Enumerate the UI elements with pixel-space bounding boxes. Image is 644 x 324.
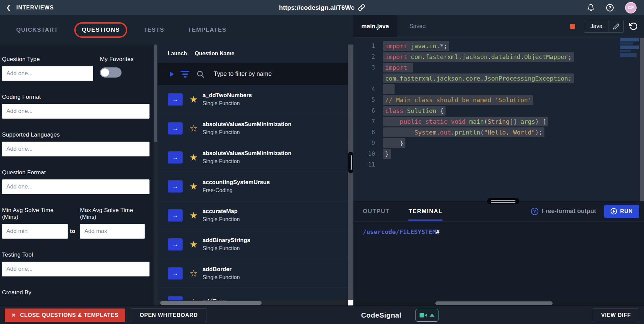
line-number: 11 [353,161,383,168]
question-name: a_ddTwoNumbers [203,92,252,99]
launch-question-button[interactable]: → [168,209,183,222]
question-row[interactable]: → ★ addBinaryStrings Single Function [158,230,348,259]
code-line[interactable]: 2import com.fasterxml.jackson.databind.O… [353,51,644,62]
favorite-star-icon[interactable]: ☆ [185,123,203,134]
console-resize-handle[interactable] [487,198,519,204]
code-editor[interactable]: 1import java.io.*;2import com.fasterxml.… [353,38,644,201]
question-row[interactable]: → ★ a_ddTwoNumbers Single Function [158,85,348,114]
list-vertical-scrollbar[interactable] [348,45,353,305]
launch-question-button[interactable]: → [168,238,183,251]
run-button[interactable]: RUN [604,205,639,218]
tab-questions[interactable]: QUESTIONS [74,22,127,38]
code-line[interactable]: 8 System.out.println("Hello, World"); [353,127,644,138]
question-row[interactable]: → ☆ addEven [158,288,348,300]
editor-minimap[interactable] [620,38,639,57]
launch-question-button[interactable]: → [168,122,183,135]
notifications-bell-icon[interactable] [587,4,595,11]
filter-funnel-icon[interactable] [179,71,191,78]
my-favorites-label: My Favorites [100,56,150,63]
max-solve-time-label: Max Avg Solve Time (Mins) [80,207,141,220]
code-line[interactable]: 9 } [353,138,644,148]
reset-code-icon[interactable] [629,22,638,31]
chevron-up-icon [430,314,434,317]
close-questions-button[interactable]: ✕ CLOSE QUESTIONS & TEMPLATES [5,308,125,322]
max-solve-time-input[interactable] [80,224,145,239]
terminal-cursor: # [436,228,440,235]
code-line[interactable]: 6class Solution { [353,105,644,116]
tab-tests[interactable]: TESTS [136,22,172,38]
code-line[interactable]: 10} [353,148,644,159]
view-diff-button[interactable]: VIEW DIFF [593,308,639,322]
question-type-input[interactable] [2,66,93,81]
favorite-star-icon[interactable]: ☆ [185,297,203,301]
help-icon[interactable]: ? [606,4,614,11]
favorite-star-icon[interactable]: ★ [185,94,203,105]
questions-panel: QUICKSTARTQUESTIONSTESTSTEMPLATES Questi… [0,15,353,305]
terminal-horizontal-scrollbar[interactable] [353,301,644,305]
open-whiteboard-button[interactable]: OPEN WHITEBOARD [131,308,207,322]
tab-terminal[interactable]: TERMINAL [408,201,442,221]
panel-resize-handle[interactable] [348,152,353,173]
question-rows: → ★ a_ddTwoNumbers Single Function → ☆ a… [158,85,348,300]
question-row[interactable]: → ★ accurateMap Single Function [158,201,348,230]
question-list: Launch Question Name Type to filter by n… [158,45,348,305]
free-format-help-icon[interactable]: ? [531,208,538,215]
camera-button[interactable] [415,309,438,322]
favorite-star-icon[interactable]: ★ [185,152,203,163]
code-line[interactable]: 7 public static void main(String[] args)… [353,116,644,127]
session-url[interactable]: https://codesign.al/T6Wc [279,0,365,15]
min-solve-time-input[interactable] [2,224,68,239]
code-line[interactable]: 11 [353,159,644,170]
question-format: Single Function [203,245,250,252]
favorite-star-icon[interactable]: ★ [185,210,203,221]
launch-question-button[interactable]: → [168,151,183,164]
my-favorites-toggle[interactable] [100,67,122,78]
favorite-star-icon[interactable]: ★ [185,181,203,192]
line-number: 2 [353,53,383,60]
tab-output[interactable]: OUTPUT [363,201,390,221]
coding-format-label: Coding Format [2,94,150,100]
question-name: accurateMap [203,208,240,215]
tab-templates[interactable]: TEMPLATES [181,22,234,38]
launch-question-button[interactable]: → [168,93,183,106]
file-tab[interactable]: main.java [353,15,397,37]
supported-languages-input[interactable] [2,142,150,156]
question-row[interactable]: → ☆ absoluteValuesSumMinimization Single… [158,114,348,143]
expand-filter-icon[interactable] [170,71,174,77]
code-line[interactable]: 3import [353,62,644,73]
question-name: addEven [203,298,226,300]
supported-languages-label: Supported Languages [2,131,150,138]
code-line[interactable]: 5// Main class should be named 'Solution… [353,94,644,105]
question-row[interactable]: → ☆ addBorder Single Function [158,259,348,288]
testing-tool-label: Testing Tool [2,252,150,258]
language-selector[interactable]: Java [584,20,624,33]
question-format-input[interactable] [2,179,150,194]
camera-icon [420,312,427,318]
edit-pencil-icon[interactable] [609,23,623,30]
favorite-star-icon[interactable]: ★ [185,239,203,250]
testing-tool-input[interactable] [2,262,150,276]
launch-question-button[interactable]: → [168,267,183,279]
launch-question-button[interactable]: → [168,180,183,193]
editor-panel: main.java Saved Java 1import jav [353,15,644,305]
terminal-output[interactable]: /usercode/FILESYSTEM# [353,222,644,301]
back-icon[interactable]: ❮ [6,4,11,11]
main-area: QUICKSTARTQUESTIONSTESTSTEMPLATES Questi… [0,15,644,305]
code-line[interactable]: 4 [353,84,644,94]
link-icon [358,4,365,11]
question-name: addBorder [203,266,240,273]
question-row[interactable]: → ★ accountingSystemUrsus Free-Coding [158,172,348,201]
coding-format-input[interactable] [2,104,150,119]
avatar[interactable]: CF [625,2,637,13]
code-line[interactable]: com.fasterxml.jackson.core.JsonProcessin… [353,73,644,84]
question-row[interactable]: → ★ absoluteValuesSumMinimization Single… [158,143,348,172]
code-line[interactable]: 1import java.io.*; [353,40,644,51]
list-horizontal-scrollbar[interactable] [158,300,348,305]
editor-vertical-scrollbar[interactable] [640,38,644,201]
filter-scrollbar[interactable] [154,45,158,305]
name-filter-input[interactable]: Type to filter by name [214,70,272,78]
favorite-star-icon[interactable]: ☆ [185,268,203,279]
tab-quickstart[interactable]: QUICKSTART [9,22,65,38]
launch-question-button[interactable]: → [168,296,183,301]
filter-sidebar: Question Type My Favorites Coding Format… [0,45,154,305]
